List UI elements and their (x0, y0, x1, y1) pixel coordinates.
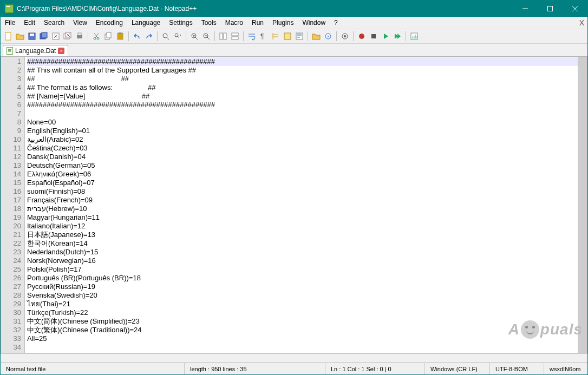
close-button[interactable] (50, 31, 61, 42)
code-line[interactable]: 中文(繁体)(Chinese (Traditional))=24 (27, 326, 578, 334)
title-bar[interactable]: C:\Program Files\AMD\CIM\Config\Language… (1, 1, 587, 17)
menu-macro[interactable]: Macro (221, 17, 247, 29)
code-line[interactable]: Italiano(Italian)=12 (27, 222, 578, 231)
status-ins[interactable]: wsxdIN6om (544, 363, 587, 374)
code-line[interactable]: Русский(Russian)=19 (27, 282, 578, 291)
redo-button[interactable] (143, 31, 154, 42)
code-line[interactable]: Türkçe(Turkish)=22 (27, 308, 578, 317)
print-button[interactable] (74, 31, 85, 42)
paste-button[interactable] (115, 31, 126, 42)
close-all-button[interactable] (62, 31, 73, 42)
code-line[interactable]: ## ## (27, 75, 578, 83)
code-line[interactable]: العربية(Arabic)=02 (27, 135, 578, 144)
stop-button[interactable] (368, 31, 379, 42)
code-line[interactable]: English(English)=01 (27, 127, 578, 135)
code-line[interactable]: Deutsch(German)=05 (27, 161, 578, 170)
toolbar-separator (128, 31, 129, 41)
code-line[interactable] (27, 343, 578, 352)
code-line[interactable]: ## This will contain all of the Supporte… (27, 66, 578, 75)
menu-settings[interactable]: Settings (165, 17, 197, 29)
file-tab[interactable]: Language.Dat × (3, 45, 68, 56)
menu-file[interactable]: File (1, 17, 19, 29)
menu-help[interactable]: ? (330, 17, 342, 29)
save-all-button[interactable] (38, 31, 49, 42)
mdi-close-button[interactable]: X (579, 18, 584, 27)
all-chars-button[interactable]: ¶ (258, 31, 269, 42)
line-gutter: 1234567891011121314151617181920212223242… (1, 57, 25, 353)
menu-language[interactable]: Language (127, 17, 165, 29)
find-button[interactable] (160, 31, 171, 42)
line-number: 23 (1, 248, 21, 256)
sync-v-button[interactable] (218, 31, 228, 42)
menu-view[interactable]: View (69, 17, 92, 29)
code-line[interactable]: Dansk(Danish)=04 (27, 153, 578, 161)
close-tab-button[interactable]: × (58, 48, 64, 54)
code-line[interactable]: Polski(Polish)=17 (27, 265, 578, 274)
horizontal-scrollbar[interactable] (1, 353, 587, 363)
play-button[interactable] (380, 31, 391, 42)
toolbar-separator (243, 31, 244, 41)
record-button[interactable] (356, 31, 367, 42)
code-line[interactable]: Nederlands(Dutch)=15 (27, 248, 578, 256)
monitor-button[interactable] (339, 31, 350, 42)
code-line[interactable]: Français(French)=09 (27, 196, 578, 205)
status-encoding[interactable]: UTF-8-BOM (490, 363, 544, 374)
line-number: 25 (1, 265, 21, 274)
line-number: 31 (1, 317, 21, 326)
indent-guide-button[interactable] (270, 31, 281, 42)
menu-plugins[interactable]: Plugins (268, 17, 298, 29)
code-line[interactable]: ไทย(Thai)=21 (27, 300, 578, 308)
menu-search[interactable]: Search (40, 17, 69, 29)
code-line[interactable]: 日本語(Japanese)=13 (27, 231, 578, 239)
replace-button[interactable] (172, 31, 183, 42)
vertical-scrollbar[interactable] (578, 57, 587, 353)
svg-rect-24 (232, 37, 238, 40)
undo-button[interactable] (132, 31, 142, 42)
menu-edit[interactable]: Edit (19, 17, 40, 29)
code-line[interactable] (27, 352, 578, 353)
play-multi-button[interactable] (392, 31, 403, 42)
code-line[interactable]: ## The format is as follows: ## (27, 83, 578, 92)
doc-map-button[interactable] (294, 31, 305, 42)
code-line[interactable]: Svenska(Swedish)=20 (27, 291, 578, 300)
minimize-button[interactable] (513, 1, 538, 17)
cut-button[interactable] (91, 31, 102, 42)
spell-button[interactable]: ab (409, 31, 420, 42)
code-line[interactable]: suomi(Finnish)=08 (27, 187, 578, 196)
code-line[interactable]: Magyar(Hungarian)=11 (27, 213, 578, 222)
code-line[interactable]: Čeština(Czech)=03 (27, 144, 578, 153)
code-line[interactable]: 中文(简体)(Chinese (Simplified))=23 (27, 317, 578, 326)
line-number: 18 (1, 205, 21, 213)
new-file-button[interactable] (3, 31, 14, 42)
close-button[interactable] (563, 1, 587, 17)
code-line[interactable]: Ελληνικά(Greek)=06 (27, 170, 578, 179)
status-eol[interactable]: Windows (CR LF) (425, 363, 490, 374)
code-line[interactable]: None=00 (27, 118, 578, 127)
menu-tools[interactable]: Tools (197, 17, 221, 29)
code-line[interactable]: Español(Español)=07 (27, 179, 578, 187)
code-area[interactable]: ########################################… (25, 57, 578, 353)
zoom-out-button[interactable] (201, 31, 212, 42)
code-line[interactable]: 한국어(Korean)=14 (27, 239, 578, 248)
code-line[interactable]: ########################################… (27, 101, 578, 109)
menu-encoding[interactable]: Encoding (92, 17, 127, 29)
menu-run[interactable]: Run (247, 17, 268, 29)
func-list-button[interactable] (323, 31, 334, 42)
open-file-button[interactable] (15, 31, 25, 42)
code-line[interactable] (27, 109, 578, 118)
wrap-button[interactable] (246, 31, 257, 42)
copy-button[interactable] (103, 31, 114, 42)
lang-pref-button[interactable] (282, 31, 293, 42)
maximize-button[interactable] (538, 1, 563, 17)
code-line[interactable]: עברית(Hebrew)=10 (27, 205, 578, 213)
code-line[interactable]: ########################################… (27, 57, 578, 66)
save-button[interactable] (27, 31, 37, 42)
code-line[interactable]: ## [Name]=[Value] ## (27, 92, 578, 101)
folder-button[interactable] (311, 31, 322, 42)
menu-window[interactable]: Window (298, 17, 330, 29)
code-line[interactable]: Português (BR)(Português (BR))=18 (27, 274, 578, 282)
code-line[interactable]: All=25 (27, 334, 578, 343)
zoom-in-button[interactable] (189, 31, 200, 42)
code-line[interactable]: Norsk(Norwegian)=16 (27, 256, 578, 265)
sync-h-button[interactable] (230, 31, 240, 42)
